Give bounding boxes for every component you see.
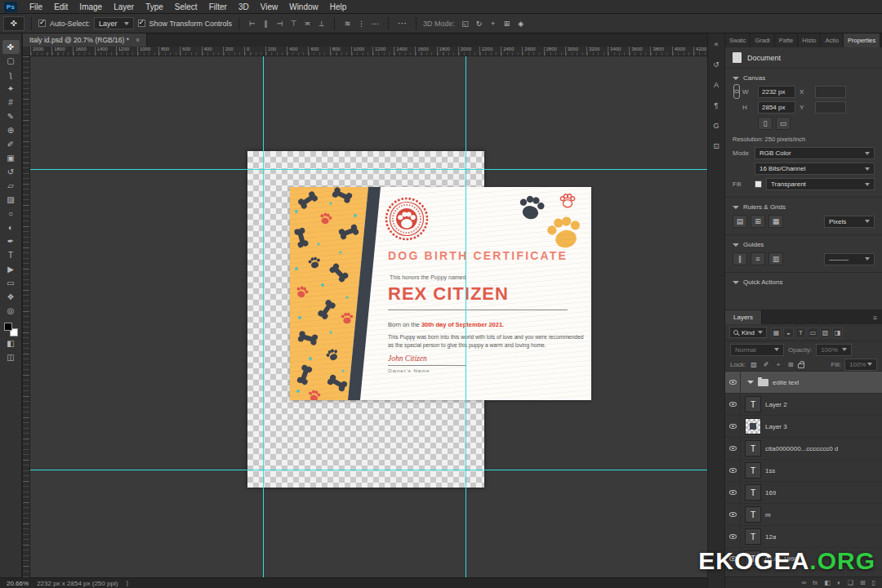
layer-visibility-toggle[interactable] (725, 482, 741, 503)
menu-item[interactable]: View (255, 0, 284, 13)
marquee-tool[interactable]: ▢ (2, 54, 20, 68)
landscape-orientation-icon[interactable]: ▭ (776, 117, 791, 130)
layer-row-169[interactable]: T 169 (725, 482, 882, 504)
glyphs-panel-icon[interactable]: G (710, 119, 723, 131)
layer-row-cita[interactable]: T cita0000000...ccccccc0 d (725, 438, 882, 460)
panel-tab[interactable]: Swatc (725, 33, 751, 47)
3d-orbit-icon[interactable]: ◱ (459, 18, 471, 29)
fill-color-chip[interactable] (755, 180, 762, 188)
new-layer-icon[interactable]: ⊞ (860, 579, 866, 586)
adjustment-layer-icon[interactable]: ◐ (837, 579, 841, 586)
zoom-tool[interactable]: ◎ (2, 304, 20, 318)
filter-shape-layers-icon[interactable]: ▭ (808, 327, 818, 338)
align-bottom-icon[interactable]: ⊥ (315, 18, 327, 29)
panel-tab[interactable]: Patte (775, 33, 799, 47)
align-center-h-icon[interactable]: ∥ (260, 18, 272, 29)
lock-artboard-icon[interactable]: ⊞ (786, 359, 795, 369)
layer-row-layer-2[interactable]: T Layer 2 (725, 394, 882, 416)
align-right-icon[interactable]: ⊣ (274, 18, 286, 29)
panel-tab[interactable]: Properties (844, 33, 880, 47)
filter-pixel-layers-icon[interactable]: ▦ (771, 327, 782, 338)
menu-item[interactable]: 3D (233, 0, 255, 13)
portrait-orientation-icon[interactable]: ▯ (758, 117, 773, 130)
delete-layer-icon[interactable]: ▯ (872, 579, 875, 586)
menu-item[interactable]: Help (324, 0, 353, 13)
horizontal-guide[interactable] (30, 169, 707, 170)
gradient-tool[interactable]: ▨ (2, 193, 20, 207)
quick-mask-icon[interactable]: ◧ (2, 336, 20, 350)
smart-guides-icon[interactable]: ≡ (751, 252, 765, 265)
menu-item[interactable]: Window (283, 0, 324, 13)
menu-item[interactable]: Select (169, 0, 203, 13)
horizontal-guide[interactable] (30, 470, 707, 470)
paragraph-panel-icon[interactable]: ¶ (710, 99, 723, 111)
layer-visibility-toggle[interactable] (725, 416, 741, 437)
units-dropdown[interactable]: Pixels (824, 216, 875, 228)
layer-name[interactable]: edite text (773, 379, 799, 386)
hand-tool[interactable]: ❖ (2, 290, 20, 304)
menu-item[interactable]: Type (140, 0, 169, 13)
tool-preset-picker[interactable]: ✜ (3, 16, 24, 31)
canvas-area[interactable]: 2000180016001400120010008006004002000200… (23, 47, 707, 577)
show-transform-controls-checkbox[interactable] (138, 20, 145, 27)
guide-style-dropdown[interactable]: ——— (824, 253, 875, 265)
distribute-v-icon[interactable]: ⋮ (355, 18, 368, 29)
ruler-toggle-icon[interactable]: ▤ (733, 215, 747, 228)
layer-visibility-toggle[interactable] (725, 460, 741, 481)
fill-dropdown[interactable]: Transparent (766, 178, 875, 190)
status-menu-arrow-icon[interactable]: ⟩ (126, 580, 128, 587)
layer-name[interactable]: 1ss (765, 467, 775, 474)
distribute-h-icon[interactable]: ≋ (341, 18, 354, 29)
auto-select-checkbox[interactable] (38, 20, 46, 27)
layer-name[interactable]: Layer 3 (765, 423, 787, 430)
layer-row-1ss[interactable]: T 1ss (725, 460, 882, 482)
layer-name[interactable]: 169 (765, 489, 776, 497)
color-swatches[interactable] (4, 323, 18, 336)
pen-tool[interactable]: ✒ (2, 234, 20, 248)
zoom-level-field[interactable]: 20.66% (7, 580, 29, 587)
opacity-dropdown[interactable]: 100% (816, 344, 852, 356)
layer-thumbnail[interactable]: T (745, 528, 761, 545)
layer-row-m[interactable]: T m (725, 504, 882, 526)
eyedropper-tool[interactable]: ✎ (2, 109, 20, 123)
move-tool[interactable]: ✜ (2, 40, 20, 54)
lock-transparency-icon[interactable]: ▨ (749, 359, 759, 369)
width-field[interactable]: 2232 px (758, 86, 795, 98)
clone-source-panel-icon[interactable]: ⊡ (710, 140, 723, 152)
color-mode-dropdown[interactable]: RGB Color (755, 147, 875, 159)
layer-visibility-toggle[interactable] (725, 504, 741, 525)
x-field[interactable] (815, 86, 846, 98)
lock-pixels-icon[interactable]: ✐ (761, 359, 771, 369)
crop-tool[interactable]: # (2, 96, 20, 109)
layer-row-edite-text[interactable]: edite text (725, 372, 882, 394)
ruler-origin-corner[interactable] (23, 47, 30, 56)
blur-tool[interactable]: ○ (2, 207, 20, 220)
layer-visibility-toggle[interactable] (725, 372, 741, 393)
layer-name[interactable]: 12a (765, 533, 776, 541)
vertical-guide[interactable] (263, 56, 264, 577)
lock-all-icon[interactable] (798, 363, 804, 368)
kind-filter-dropdown[interactable]: Kind (729, 327, 767, 338)
close-icon[interactable]: × (136, 36, 140, 44)
align-top-icon[interactable]: ⊤ (287, 18, 300, 29)
layer-fill-dropdown[interactable]: 100% (844, 359, 877, 371)
screen-mode-icon[interactable]: ◫ (2, 350, 20, 364)
eraser-tool[interactable]: ▱ (2, 179, 20, 193)
layer-thumbnail[interactable] (745, 418, 761, 434)
layer-visibility-toggle[interactable] (725, 394, 741, 415)
canvas-section-header[interactable]: Canvas (725, 69, 882, 84)
character-panel-icon[interactable]: A (710, 78, 723, 91)
height-field[interactable]: 2854 px (758, 101, 795, 114)
menu-item[interactable]: Filter (203, 0, 233, 13)
type-tool[interactable]: T (2, 248, 20, 262)
clone-stamp-tool[interactable]: ▣ (2, 151, 20, 165)
3d-slide-icon[interactable]: ⊞ (501, 18, 513, 29)
document-tab[interactable]: Italy id.psd @ 20.7% (RGB/16) * × (23, 33, 147, 47)
filter-adjustment-layers-icon[interactable]: ◒ (783, 327, 794, 338)
auto-select-target-dropdown[interactable]: Layer (94, 17, 134, 29)
layer-name[interactable]: Layer 2 (765, 401, 787, 408)
menu-item[interactable]: Image (74, 0, 108, 13)
layer-mask-icon[interactable]: ◧ (824, 579, 831, 586)
grid-toggle-icon[interactable]: ⊞ (751, 215, 765, 228)
rulers-grids-section-header[interactable]: Rulers & Grids (725, 198, 882, 213)
